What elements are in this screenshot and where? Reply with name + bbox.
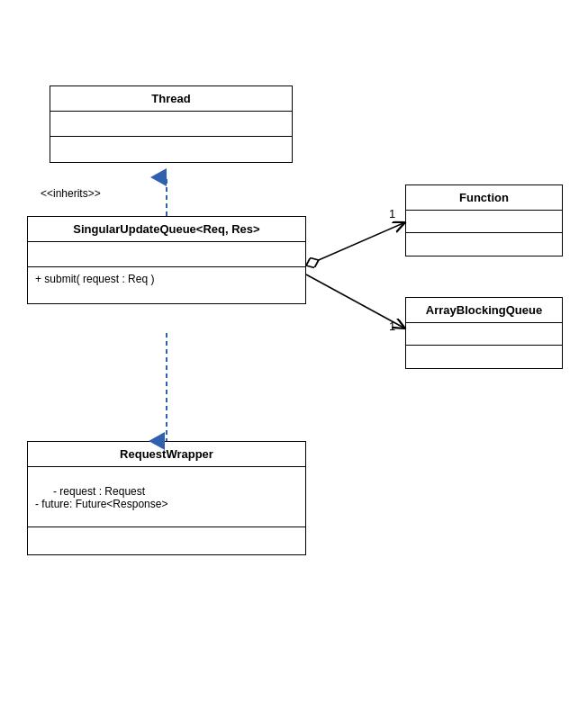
multiplicity-1-function: 1 <box>389 207 395 220</box>
thread-section-2 <box>50 137 292 162</box>
abq-section-1 <box>406 323 562 346</box>
thread-class: Thread <box>50 86 293 163</box>
abq-section-2 <box>406 346 562 368</box>
multiplicity-1-abq: 1 <box>389 320 395 333</box>
inherits-label: <<inherits>> <box>41 187 101 200</box>
association-function-arrow <box>306 222 405 266</box>
array-blocking-queue-class: ArrayBlockingQueue <box>405 297 563 369</box>
singular-update-queue-class: SingularUpdateQueue<Req, Res> + submit( … <box>27 216 306 304</box>
abq-class-name: ArrayBlockingQueue <box>406 298 562 323</box>
thread-section-1 <box>50 112 292 137</box>
rw-section-2 <box>28 527 305 554</box>
diagram-container: Thread SingularUpdateQueue<Req, Res> + s… <box>0 0 588 702</box>
rw-fields: - request : Request - future: Future<Res… <box>35 485 167 510</box>
thread-class-name: Thread <box>50 86 292 112</box>
func-section-2 <box>406 233 562 256</box>
request-wrapper-class: RequestWrapper - request : Request - fut… <box>27 441 306 555</box>
suq-section-1 <box>28 242 305 267</box>
singular-update-queue-name: SingularUpdateQueue<Req, Res> <box>28 217 305 242</box>
function-class-name: Function <box>406 185 562 211</box>
rw-section-1: - request : Request - future: Future<Res… <box>28 467 305 527</box>
func-section-1 <box>406 211 562 233</box>
suq-method: + submit( request : Req ) <box>35 273 154 285</box>
function-class: Function <box>405 184 563 256</box>
suq-section-2: + submit( request : Req ) <box>28 267 305 303</box>
request-wrapper-name: RequestWrapper <box>28 442 305 467</box>
